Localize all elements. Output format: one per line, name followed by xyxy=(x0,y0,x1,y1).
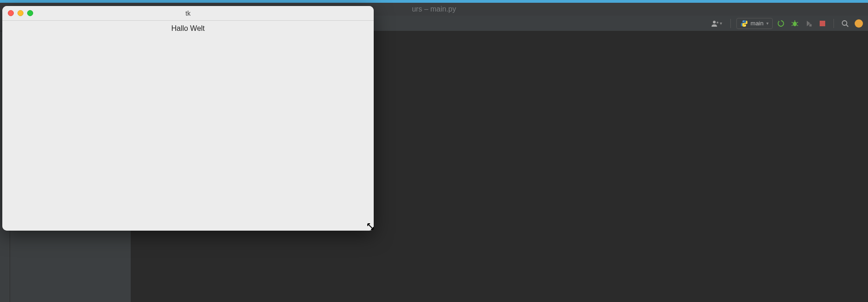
stop-button[interactable] xyxy=(817,18,828,29)
svg-point-1 xyxy=(717,22,718,23)
debug-button[interactable] xyxy=(789,18,800,29)
svg-line-7 xyxy=(797,22,798,23)
tk-label: Hallo Welt xyxy=(2,21,374,33)
svg-point-0 xyxy=(713,21,716,23)
tk-app-window[interactable]: tk Hallo Welt xyxy=(2,6,374,231)
window-title: tk xyxy=(2,10,374,17)
search-everywhere-button[interactable] xyxy=(839,18,851,29)
svg-line-8 xyxy=(792,25,793,26)
close-button[interactable] xyxy=(8,10,14,16)
run-coverage-button[interactable] xyxy=(803,18,814,29)
user-avatar[interactable] xyxy=(853,18,864,29)
avatar-icon xyxy=(855,19,863,28)
run-configuration-selector[interactable]: main ▾ xyxy=(736,18,773,29)
chevron-down-icon: ▾ xyxy=(720,21,722,26)
tk-titlebar[interactable]: tk xyxy=(2,6,374,21)
run-config-label: main xyxy=(751,20,764,27)
svg-point-4 xyxy=(793,22,797,26)
traffic-lights xyxy=(2,10,33,16)
python-icon xyxy=(741,20,748,27)
svg-point-12 xyxy=(842,21,847,25)
chevron-down-icon: ▾ xyxy=(766,21,769,26)
svg-point-3 xyxy=(745,25,746,26)
divider xyxy=(730,19,731,28)
svg-line-6 xyxy=(792,22,793,23)
maximize-button[interactable] xyxy=(27,10,33,16)
minimize-button[interactable] xyxy=(17,10,23,16)
svg-line-9 xyxy=(797,25,798,26)
ide-title: urs – main.py xyxy=(412,5,456,13)
svg-line-13 xyxy=(846,25,848,27)
svg-rect-11 xyxy=(820,21,825,26)
svg-rect-10 xyxy=(809,24,812,27)
divider xyxy=(833,19,834,28)
svg-point-2 xyxy=(743,21,744,22)
collaborators-icon[interactable]: ▾ xyxy=(709,20,725,27)
rerun-button[interactable] xyxy=(775,18,787,29)
tk-window-body: Hallo Welt xyxy=(2,21,374,231)
